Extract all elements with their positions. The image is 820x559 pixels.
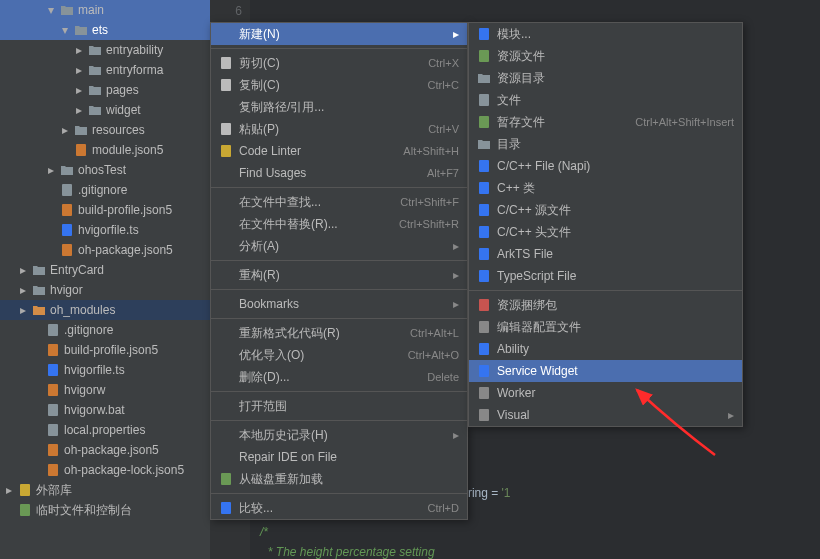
tree-item[interactable]: ▸ohosTest	[0, 160, 210, 180]
menu-item[interactable]: 本地历史记录(H)▸	[211, 424, 467, 446]
menu-item[interactable]: 在文件中替换(R)...Ctrl+Shift+R	[211, 213, 467, 235]
menu-separator	[211, 493, 467, 494]
svg-rect-21	[479, 28, 489, 40]
menu-item[interactable]: 剪切(C)Ctrl+X	[211, 52, 467, 74]
menu-item-label: C/C++ 源文件	[497, 202, 734, 219]
tree-item[interactable]: ▾main	[0, 0, 210, 20]
menu-item[interactable]: 资源目录	[469, 67, 742, 89]
tree-item[interactable]: hvigorfile.ts	[0, 220, 210, 240]
menu-item[interactable]: 比较...Ctrl+D	[211, 497, 467, 519]
tree-item-label: build-profile.json5	[64, 343, 158, 357]
menu-item[interactable]: 复制路径/引用...	[211, 96, 467, 118]
svg-rect-31	[479, 299, 489, 311]
menu-item[interactable]: Bookmarks▸	[211, 293, 467, 315]
menu-shortcut: Ctrl+Alt+L	[410, 327, 459, 339]
scratch-icon	[18, 503, 32, 517]
menu-item[interactable]: C/C++ 头文件	[469, 221, 742, 243]
svg-rect-29	[479, 248, 489, 260]
tree-item[interactable]: module.json5	[0, 140, 210, 160]
tree-item-label: oh-package.json5	[64, 443, 159, 457]
blank-icon	[219, 27, 233, 41]
menu-item[interactable]: 从磁盘重新加载	[211, 468, 467, 490]
tree-item[interactable]: local.properties	[0, 420, 210, 440]
menu-item[interactable]: Worker	[469, 382, 742, 404]
menu-item[interactable]: 文件	[469, 89, 742, 111]
menu-item[interactable]: 编辑器配置文件	[469, 316, 742, 338]
menu-item[interactable]: 重构(R)▸	[211, 264, 467, 286]
tree-item[interactable]: ▸外部库	[0, 480, 210, 500]
menu-item[interactable]: 暂存文件Ctrl+Alt+Shift+Insert	[469, 111, 742, 133]
menu-item[interactable]: 在文件中查找...Ctrl+Shift+F	[211, 191, 467, 213]
tree-item[interactable]: ▸widget	[0, 100, 210, 120]
folder-icon	[88, 103, 102, 117]
menu-item[interactable]: 重新格式化代码(R)Ctrl+Alt+L	[211, 322, 467, 344]
code-comment: /*	[260, 525, 268, 539]
folder-icon	[88, 83, 102, 97]
blank-icon	[219, 370, 233, 384]
tree-item[interactable]: ▸EntryCard	[0, 260, 210, 280]
tree-item[interactable]: oh-package.json5	[0, 240, 210, 260]
menu-item[interactable]: 粘贴(P)Ctrl+V	[211, 118, 467, 140]
tree-item-label: hvigor	[50, 283, 83, 297]
menu-item[interactable]: C/C++ 源文件	[469, 199, 742, 221]
tree-item[interactable]: ▸oh_modules	[0, 300, 210, 320]
tree-item[interactable]: oh-package.json5	[0, 440, 210, 460]
menu-separator	[211, 48, 467, 49]
ts-icon	[60, 223, 74, 237]
tree-item[interactable]: .gitignore	[0, 320, 210, 340]
menu-item[interactable]: Code LinterAlt+Shift+H	[211, 140, 467, 162]
blank-icon	[219, 297, 233, 311]
folder-o-icon	[32, 303, 46, 317]
menu-item[interactable]: 优化导入(O)Ctrl+Alt+O	[211, 344, 467, 366]
menu-item[interactable]: Repair IDE on File	[211, 446, 467, 468]
file-icon	[60, 183, 74, 197]
tree-item[interactable]: hvigorw.bat	[0, 400, 210, 420]
menu-item-label: 粘贴(P)	[239, 121, 428, 138]
tree-item[interactable]: ▸entryability	[0, 40, 210, 60]
tree-item[interactable]: oh-package-lock.json5	[0, 460, 210, 480]
folder-icon	[477, 137, 491, 151]
lint-icon	[219, 144, 233, 158]
menu-item[interactable]: 资源捆绑包	[469, 294, 742, 316]
tree-item[interactable]: 临时文件和控制台	[0, 500, 210, 520]
worker-icon	[477, 386, 491, 400]
tree-item[interactable]: ▸pages	[0, 80, 210, 100]
menu-item[interactable]: C++ 类	[469, 177, 742, 199]
tree-item[interactable]: hvigorfile.ts	[0, 360, 210, 380]
ability-icon	[477, 342, 491, 356]
menu-item[interactable]: 模块...	[469, 23, 742, 45]
tree-item[interactable]: ▾ets	[0, 20, 210, 40]
copy-icon	[219, 78, 233, 92]
menu-item[interactable]: 复制(C)Ctrl+C	[211, 74, 467, 96]
tree-item[interactable]: build-profile.json5	[0, 200, 210, 220]
menu-item[interactable]: C/C++ File (Napi)	[469, 155, 742, 177]
file-icon	[477, 93, 491, 107]
menu-shortcut: Alt+F7	[427, 167, 459, 179]
menu-item[interactable]: 目录	[469, 133, 742, 155]
menu-item[interactable]: 资源文件	[469, 45, 742, 67]
menu-item[interactable]: Visual▸	[469, 404, 742, 426]
menu-item[interactable]: Find UsagesAlt+F7	[211, 162, 467, 184]
menu-item[interactable]: 打开范围	[211, 395, 467, 417]
menu-item[interactable]: 分析(A)▸	[211, 235, 467, 257]
tree-item-label: EntryCard	[50, 263, 104, 277]
menu-item[interactable]: 新建(N)▸	[211, 23, 467, 45]
menu-item[interactable]: ArkTS File	[469, 243, 742, 265]
menu-item[interactable]: Ability	[469, 338, 742, 360]
menu-item[interactable]: TypeScript File	[469, 265, 742, 287]
blank-icon	[219, 166, 233, 180]
tree-item-label: .gitignore	[64, 323, 113, 337]
project-tree[interactable]: ▾main▾ets▸entryability▸entryforma▸pages▸…	[0, 0, 210, 559]
cut-icon	[219, 56, 233, 70]
context-menu[interactable]: 新建(N)▸剪切(C)Ctrl+X复制(C)Ctrl+C复制路径/引用...粘贴…	[210, 22, 468, 520]
tree-item[interactable]: ▸hvigor	[0, 280, 210, 300]
cpp-icon	[477, 203, 491, 217]
tree-item[interactable]: build-profile.json5	[0, 340, 210, 360]
tree-item[interactable]: hvigorw	[0, 380, 210, 400]
menu-item[interactable]: 删除(D)...Delete	[211, 366, 467, 388]
menu-item[interactable]: Service Widget	[469, 360, 742, 382]
new-submenu[interactable]: 模块...资源文件资源目录文件暂存文件Ctrl+Alt+Shift+Insert…	[468, 22, 743, 427]
tree-item[interactable]: ▸resources	[0, 120, 210, 140]
tree-item[interactable]: ▸entryforma	[0, 60, 210, 80]
tree-item[interactable]: .gitignore	[0, 180, 210, 200]
